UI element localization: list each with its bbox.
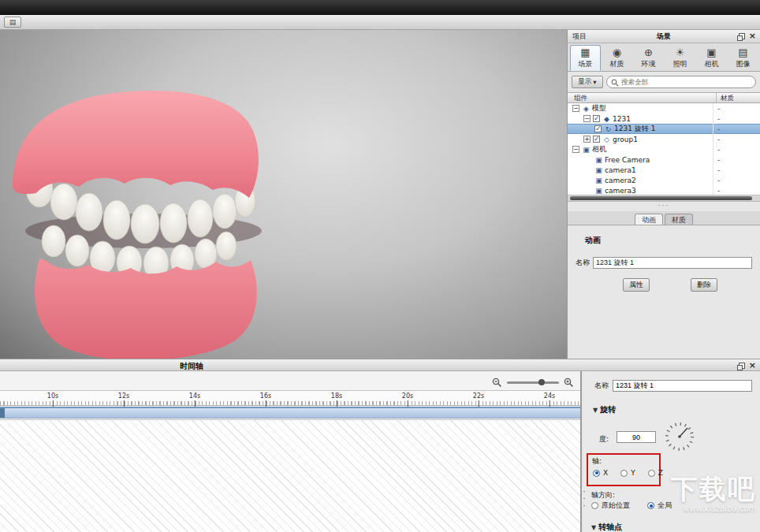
ruler-tick: 22s — [473, 392, 484, 400]
animation-name-input[interactable] — [593, 257, 752, 269]
tab-material[interactable]: ◉ 材质 — [602, 45, 632, 71]
camera-icon: ▣ — [582, 146, 590, 154]
camera-icon: ▣ — [594, 156, 603, 164]
ruler-tick: 24s — [544, 392, 555, 400]
axis-highlight-annotation: 轴: X Y Z — [587, 453, 661, 486]
zoom-slider-handle[interactable] — [538, 379, 545, 385]
toolbar-strip: ▤ — [0, 15, 760, 30]
close-icon[interactable]: × — [749, 362, 756, 369]
collapse-icon[interactable] — [572, 105, 579, 112]
close-icon[interactable]: × — [749, 32, 756, 39]
rotation-section-header[interactable]: ▼旋转 — [593, 404, 616, 415]
teeth-model — [2, 69, 333, 359]
direction-original-radio[interactable] — [591, 502, 598, 509]
axis-direction-label: 轴方向: — [591, 490, 615, 500]
ruler-tick: 16s — [260, 392, 271, 400]
properties-button[interactable]: 属性 — [623, 278, 650, 292]
ruler-tick: 20s — [402, 392, 413, 400]
timeline-titlebar[interactable]: 时间轴 × — [0, 359, 760, 371]
rotation-name-input[interactable] — [613, 380, 752, 392]
zoom-slider[interactable] — [507, 381, 559, 384]
tab-camera[interactable]: ▣ 相机 — [696, 45, 727, 71]
project-panel: 项目 场景 × ▦ 场景 ◉ 材质 ⊕ 环境 ☀ 照明 — [567, 30, 760, 359]
tab-scene[interactable]: ▦ 场景 — [570, 45, 601, 71]
animation-heading: 动画 — [585, 235, 754, 246]
3d-viewport[interactable] — [0, 30, 567, 359]
float-window-icon[interactable] — [739, 33, 745, 39]
search-icon — [611, 79, 619, 87]
tab-material-sub[interactable]: 材质 — [665, 214, 693, 225]
animation-track-bar[interactable] — [0, 407, 580, 419]
tree-row-1231[interactable]: ◆ 1231 - — [568, 113, 760, 124]
tab-environment[interactable]: ⊕ 环境 — [633, 45, 664, 71]
horizontal-scrollbar[interactable] — [568, 195, 760, 202]
image-tool-button[interactable]: ▤ — [4, 17, 21, 28]
timeline-ruler[interactable]: 10s 12s 14s 16s 18s 20s 22s 24s — [0, 390, 580, 406]
tab-image[interactable]: ▤ 图像 — [728, 45, 758, 71]
camera-icon: ▣ — [594, 177, 603, 184]
timeline-zoom-controls — [492, 378, 574, 388]
axis-z-radio[interactable] — [648, 470, 655, 477]
panel-title: 场景 — [568, 30, 760, 43]
show-dropdown[interactable]: 显示 ▾ — [572, 76, 603, 88]
tree-row-camera1[interactable]: ▣ camera1 - — [568, 165, 760, 175]
expand-icon[interactable] — [583, 136, 590, 143]
tree-column-headers: 组件 材质 — [568, 92, 760, 103]
collapse-icon[interactable] — [572, 146, 579, 153]
delete-button[interactable]: 删除 — [691, 278, 717, 292]
sub-tabs: 动画 材质 — [568, 211, 760, 225]
tree-row-model[interactable]: ◈ 模型 - — [568, 103, 760, 113]
chevron-down-icon: ▾ — [593, 78, 596, 86]
window-titlebar — [0, 0, 760, 15]
collapse-icon[interactable] — [583, 115, 590, 122]
tab-animation[interactable]: 动画 — [635, 214, 663, 225]
visibility-checkbox[interactable] — [593, 136, 600, 143]
rotation-dial[interactable] — [661, 419, 698, 455]
search-box[interactable] — [606, 76, 756, 88]
axis-y-radio[interactable] — [620, 470, 628, 477]
chevron-down-icon: ▼ — [591, 524, 596, 531]
timeline-track-area — [0, 419, 580, 532]
filter-row: 显示 ▾ — [568, 72, 760, 92]
degree-input[interactable] — [617, 431, 656, 443]
ribbon-tabs: ▦ 场景 ◉ 材质 ⊕ 环境 ☀ 照明 ▣ 相机 ▤ 图像 — [568, 43, 760, 72]
image-tab-icon: ▤ — [738, 47, 747, 58]
visibility-checkbox[interactable] — [594, 125, 602, 132]
panel-splitter[interactable]: ··· — [568, 202, 760, 211]
environment-icon: ⊕ — [644, 47, 653, 58]
project-panel-titlebar[interactable]: 项目 场景 × — [568, 30, 760, 43]
tab-lighting[interactable]: ☀ 照明 — [665, 45, 695, 71]
axis-x-radio[interactable] — [593, 470, 600, 477]
camera-icon: ▣ — [594, 187, 603, 195]
tree-row-camera3[interactable]: ▣ camera3 - — [568, 185, 760, 195]
timeline-title: 时间轴 — [180, 361, 203, 372]
axis-label: 轴: — [592, 456, 602, 467]
pivot-section-header[interactable]: ▼转轴点 — [591, 522, 622, 532]
search-input[interactable] — [621, 77, 752, 87]
ruler-tick: 18s — [331, 392, 342, 400]
tree-row-rotation-selected[interactable]: ↻ 1231 旋转 1 - — [568, 124, 760, 134]
tree-row-free-camera[interactable]: ▣ Free Camera - — [568, 154, 760, 165]
zoom-out-icon[interactable] — [492, 378, 502, 388]
rotation-icon: ↻ — [604, 125, 613, 133]
ruler-minor-ticks — [0, 401, 580, 405]
part-icon: ◆ — [602, 115, 611, 123]
scene-icon: ▦ — [580, 47, 590, 58]
camera-icon: ▣ — [706, 47, 716, 58]
direction-global-radio[interactable] — [647, 502, 654, 509]
float-window-icon[interactable] — [739, 363, 745, 369]
zoom-in-icon[interactable] — [564, 378, 574, 388]
tree-row-group1[interactable]: ◇ group1 - — [568, 134, 760, 144]
scrollbar-thumb[interactable] — [570, 196, 752, 200]
animation-name-label: 名称 — [576, 258, 590, 268]
tree-row-camera2[interactable]: ▣ camera2 - — [568, 175, 760, 185]
drag-handle-icon[interactable]: ··· — [582, 488, 587, 509]
tree-row-cameras[interactable]: ▣ 相机 - — [568, 144, 760, 154]
material-icon: ◉ — [613, 47, 621, 58]
ruler-tick: 12s — [118, 392, 129, 400]
visibility-checkbox[interactable] — [593, 115, 600, 122]
lighting-icon: ☀ — [676, 47, 685, 58]
scene-tree: ◈ 模型 - ◆ 1231 - ↻ 1231 旋转 1 - ◇ g — [568, 103, 760, 195]
model-icon: ◈ — [582, 105, 590, 113]
timeline-panel: 10s 12s 14s 16s 18s 20s 22s 24s — [0, 371, 581, 532]
